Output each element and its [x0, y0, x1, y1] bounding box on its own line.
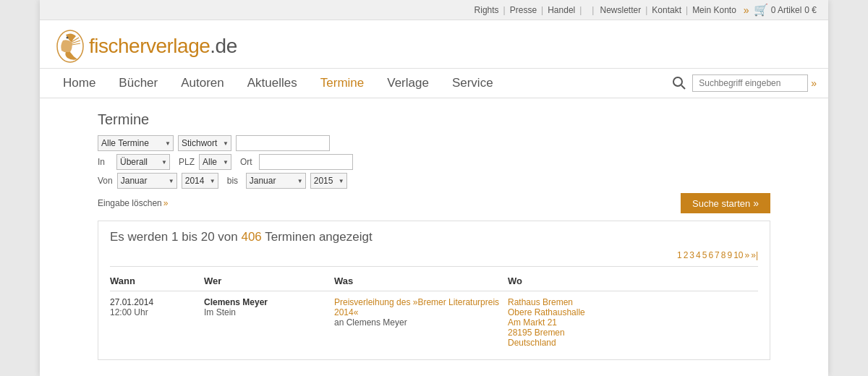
sep3b: |: [592, 5, 594, 15]
cart-price: 0 €: [804, 5, 817, 15]
search-button-label: Suche starten: [692, 198, 750, 209]
search-icon-button[interactable]: [669, 73, 689, 93]
results-divider: [110, 266, 758, 267]
search-input[interactable]: [692, 74, 808, 92]
logo-area[interactable]: fischerverlage.de: [51, 27, 237, 65]
filter-text-input[interactable]: [236, 135, 330, 151]
filter-year-to-select[interactable]: 2014201520162017: [310, 173, 347, 189]
results-summary-prefix: Es werden 1 bis 20 von: [110, 230, 241, 244]
cell-wer: Clemens Meyer Im Stein: [204, 291, 334, 351]
filter-year-from-select[interactable]: 2013201420152016: [182, 173, 218, 189]
results-summary-suffix: Terminen angezeigt: [262, 230, 373, 244]
page-1[interactable]: 1: [677, 250, 682, 260]
nav-service[interactable]: Service: [441, 69, 505, 98]
logo-name: fischerverlage: [89, 35, 210, 57]
event-date: 27.01.2014: [110, 297, 198, 307]
filter-row-1: Alle Termine Lesungen Messen Signierstun…: [98, 135, 770, 151]
page-6[interactable]: 6: [708, 250, 713, 260]
cart-area[interactable]: » 🛒 0 Artikel 0 €: [744, 3, 817, 17]
topbar-kontakt-link[interactable]: Kontakt: [652, 5, 681, 15]
main-nav: Home Bücher Autoren Aktuelles Termine Ve…: [40, 68, 828, 98]
cart-double-arrow-icon: »: [744, 4, 749, 16]
sep3: |: [579, 5, 582, 15]
topbar-newsletter-link[interactable]: Newsletter: [600, 5, 641, 15]
page-5[interactable]: 5: [702, 250, 707, 260]
address-line-1: Rathaus Bremen: [508, 297, 752, 307]
filter-stichwort-select[interactable]: Stichwort Titel Autor: [178, 135, 231, 151]
nav-verlage[interactable]: Verlage: [375, 69, 441, 98]
page-10[interactable]: 10: [733, 250, 743, 260]
results-box: Es werden 1 bis 20 von 406 Terminen ange…: [98, 221, 770, 360]
nav-buecher[interactable]: Bücher: [107, 69, 169, 98]
filter-month-to-select[interactable]: JanuarFebruarMärzApril MaiJuniJuliAugust…: [246, 173, 306, 189]
page-4[interactable]: 4: [696, 250, 701, 260]
pagination-next-icon[interactable]: »: [745, 250, 750, 260]
sep2: |: [541, 5, 543, 15]
sep1: |: [503, 5, 506, 15]
filter-bis-label: bis: [227, 176, 242, 186]
results-count: 406: [241, 230, 261, 244]
col-was: Was: [334, 273, 508, 291]
col-wer: Wer: [204, 273, 334, 291]
filter-ort-input[interactable]: [259, 154, 353, 170]
search-button[interactable]: Suche starten »: [681, 193, 770, 213]
filter-stichwort-wrap: Stichwort Titel Autor: [178, 135, 231, 151]
content: Termine Alle Termine Lesungen Messen Sig…: [40, 98, 828, 367]
address-line-5: Deutschland: [508, 338, 752, 348]
page-9[interactable]: 9: [727, 250, 732, 260]
topbar-handel-link[interactable]: Handel: [548, 5, 575, 15]
address-line-3: Am Markt 21: [508, 317, 752, 328]
page-title: Termine: [98, 106, 770, 128]
event-title-link[interactable]: Preisverleihung des »Bremer Literaturpre…: [334, 297, 499, 317]
event-person-sub: Im Stein: [204, 307, 236, 317]
logo-text: fischerverlage.de: [89, 35, 237, 58]
page-8[interactable]: 8: [721, 250, 726, 260]
topbar-presse-link[interactable]: Presse: [510, 5, 537, 15]
logo-domain: .de: [210, 35, 237, 57]
search-icon: [672, 76, 686, 90]
topbar-meinkonto-link[interactable]: Mein Konto: [692, 5, 736, 15]
search-submit-arrow[interactable]: »: [811, 77, 817, 89]
filter-von-label: Von: [98, 176, 113, 186]
nav-termine[interactable]: Termine: [309, 69, 375, 98]
results-header: Es werden 1 bis 20 von 406 Terminen ange…: [110, 230, 758, 244]
nav-aktuelles[interactable]: Aktuelles: [236, 69, 309, 98]
event-person: Clemens Meyer: [204, 297, 268, 307]
col-wann: Wann: [110, 273, 204, 291]
filter-in-label: In: [98, 157, 112, 167]
nav-items: Home Bücher Autoren Aktuelles Termine Ve…: [51, 69, 669, 98]
filter-year-to-wrap: 2014201520162017: [310, 173, 347, 189]
filter-plz-label: PLZ: [179, 157, 195, 167]
search-button-arrow-icon: »: [753, 197, 759, 209]
clear-label: Eingabe löschen: [98, 198, 162, 208]
filter-ueberall-select[interactable]: Überall Bayern Berlin Hamburg: [116, 154, 170, 170]
nav-search: »: [669, 73, 817, 93]
nav-autoren[interactable]: Autoren: [169, 69, 236, 98]
svg-line-3: [72, 43, 80, 45]
filter-actions: Eingabe löschen » Suche starten »: [98, 193, 770, 213]
results-table: Wann Wer Was Wo 27.01.2014 12:00 Uhr Cle…: [110, 273, 758, 351]
filter-plz-select[interactable]: Alle: [199, 154, 231, 170]
filter-ort-label: Ort: [240, 157, 255, 167]
filter-month-to-wrap: JanuarFebruarMärzApril MaiJuniJuliAugust…: [246, 173, 306, 189]
page-7[interactable]: 7: [715, 250, 720, 260]
svg-line-6: [681, 85, 685, 89]
cell-wo: Rathaus Bremen Obere Rathaushalle Am Mar…: [508, 291, 758, 351]
page-2[interactable]: 2: [684, 250, 689, 260]
filter-plz-wrap: Alle: [199, 154, 231, 170]
filter-ueberall-wrap: Überall Bayern Berlin Hamburg: [116, 154, 170, 170]
filter-month-from-select[interactable]: JanuarFebruarMärzApril MaiJuniJuliAugust…: [117, 173, 177, 189]
nav-home[interactable]: Home: [51, 69, 107, 98]
address-line-4: 28195 Bremen: [508, 328, 752, 338]
address-line-2: Obere Rathaushalle: [508, 307, 752, 317]
cell-was: Preisverleihung des »Bremer Literaturpre…: [334, 291, 508, 351]
filter-year-from-wrap: 2013201420152016: [182, 173, 218, 189]
pagination-last-icon[interactable]: »|: [751, 250, 758, 260]
topbar-rights-link[interactable]: Rights: [475, 5, 499, 15]
page-3[interactable]: 3: [689, 250, 694, 260]
clear-link[interactable]: Eingabe löschen »: [98, 198, 168, 208]
pagination: 1 2 3 4 5 6 7 8 9 10 » »|: [110, 250, 758, 260]
filter-alltermine-select[interactable]: Alle Termine Lesungen Messen Signierstun…: [98, 135, 174, 151]
svg-point-5: [673, 77, 682, 86]
col-wo: Wo: [508, 273, 758, 291]
